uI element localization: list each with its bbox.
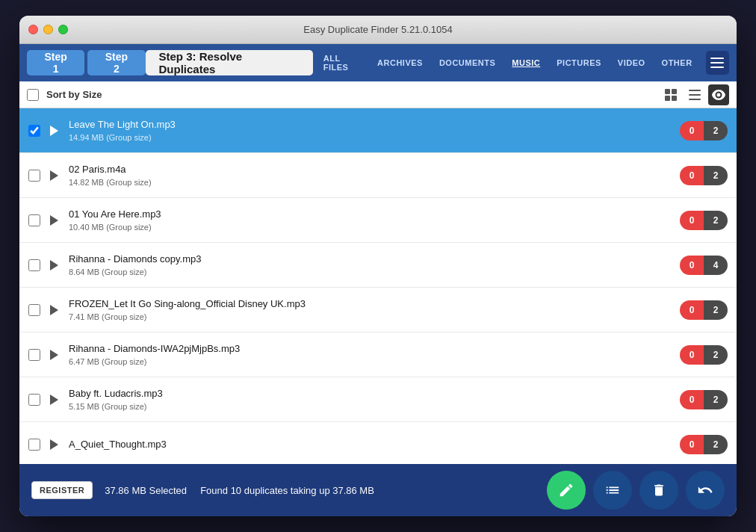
action-buttons [547, 471, 725, 510]
badge-red: 0 [680, 300, 704, 320]
file-size: 7.41 MB (Group size) [69, 312, 680, 321]
file-size: 8.64 MB (Group size) [69, 267, 680, 276]
list-button[interactable] [593, 471, 632, 510]
badge-dark: 2 [704, 345, 728, 365]
badge-group: 0 4 [680, 256, 728, 275]
list-item[interactable]: A_Quiet_Thought.mp3 0 2 [19, 422, 737, 464]
tab-documents[interactable]: DOCUMENTS [432, 55, 503, 70]
badge-dark: 2 [704, 121, 728, 140]
list-item[interactable]: 02 Paris.m4a 14.82 MB (Group size) 0 2 [19, 153, 737, 198]
list-item[interactable]: 01 You Are Here.mp3 10.40 MB (Group size… [19, 198, 737, 243]
undo-button[interactable] [686, 471, 725, 510]
selected-size-text: 37.86 MB Selected Found 10 duplicates ta… [105, 485, 374, 496]
tab-all-files[interactable]: ALL FILES [316, 51, 368, 75]
edit-button[interactable] [547, 471, 586, 510]
hamburger-line [710, 62, 724, 64]
file-name: FROZEN_Let It Go Sing-along_Official Dis… [69, 298, 680, 311]
delete-button[interactable] [639, 471, 678, 510]
undo-icon [697, 482, 713, 498]
svg-rect-3 [672, 96, 677, 101]
file-name: 02 Paris.m4a [69, 164, 680, 176]
tab-video[interactable]: VIDEO [610, 55, 653, 70]
item-checkbox[interactable] [28, 259, 40, 271]
file-info: A_Quiet_Thought.mp3 [69, 439, 680, 451]
play-button[interactable] [46, 303, 61, 318]
play-icon [50, 395, 58, 405]
window-title: Easy Duplicate Finder 5.21.0.1054 [303, 24, 452, 35]
tab-pictures[interactable]: PICTURES [549, 55, 609, 70]
play-button[interactable] [46, 437, 61, 452]
step1-button[interactable]: Step 1 [27, 50, 84, 75]
badge-red: 0 [680, 435, 704, 454]
file-name: 01 You Are Here.mp3 [69, 208, 680, 221]
svg-rect-1 [672, 89, 677, 94]
file-size: 14.94 MB (Group size) [69, 133, 680, 142]
tab-other[interactable]: OTHER [654, 55, 700, 70]
filetype-navigation: ALL FILES ARCHIVES DOCUMENTS MUSIC PICTU… [316, 51, 700, 75]
badge-group: 0 2 [680, 211, 728, 230]
grid-view-button[interactable] [660, 84, 681, 105]
file-size: 5.15 MB (Group size) [69, 402, 680, 411]
item-checkbox[interactable] [28, 214, 40, 226]
item-checkbox[interactable] [28, 439, 40, 451]
step3-label: Step 3: Resolve Duplicates [146, 50, 313, 75]
play-icon [50, 215, 58, 226]
play-icon [50, 170, 58, 181]
play-button[interactable] [46, 258, 61, 273]
list-icon [604, 482, 621, 498]
file-info: 02 Paris.m4a 14.82 MB (Group size) [69, 164, 680, 187]
select-all-checkbox[interactable] [27, 89, 39, 101]
selected-size-value: 37.86 MB Selected [105, 485, 187, 496]
hamburger-line [710, 66, 724, 68]
badge-red: 0 [680, 390, 704, 409]
menu-button[interactable] [706, 51, 729, 75]
badge-red: 0 [680, 121, 704, 140]
close-button[interactable] [28, 25, 38, 34]
file-name: Leave The Light On.mp3 [69, 119, 680, 132]
play-button[interactable] [46, 168, 61, 183]
file-list: Leave The Light On.mp3 14.94 MB (Group s… [19, 108, 737, 464]
play-button[interactable] [46, 213, 61, 228]
list-item[interactable]: Baby ft. Ludacris.mp3 5.15 MB (Group siz… [19, 377, 737, 422]
file-info: Baby ft. Ludacris.mp3 5.15 MB (Group siz… [69, 388, 680, 411]
list-view-button[interactable] [684, 84, 705, 105]
badge-group: 0 2 [680, 166, 728, 185]
register-button[interactable]: REGISTER [31, 481, 93, 499]
play-icon [50, 260, 58, 270]
step2-button[interactable]: Step 2 [87, 50, 145, 75]
file-name: Rihanna - Diamonds copy.mp3 [69, 253, 680, 266]
list-item[interactable]: Rihanna - Diamonds-IWA2pjMjpBs.mp3 6.47 … [19, 332, 737, 377]
file-size: 6.47 MB (Group size) [69, 357, 680, 366]
file-size: 10.40 MB (Group size) [69, 223, 680, 232]
hamburger-line [710, 58, 724, 59]
item-checkbox[interactable] [28, 304, 40, 316]
play-button[interactable] [46, 392, 61, 407]
play-button[interactable] [46, 347, 61, 362]
item-checkbox[interactable] [28, 170, 40, 182]
view-toggle [660, 84, 729, 105]
list-item[interactable]: FROZEN_Let It Go Sing-along_Official Dis… [19, 288, 737, 332]
badge-dark: 2 [704, 435, 728, 454]
badge-group: 0 2 [680, 300, 728, 320]
item-checkbox[interactable] [28, 349, 40, 361]
eye-view-button[interactable] [708, 84, 729, 105]
tab-archives[interactable]: ARCHIVES [370, 55, 430, 70]
app-window: Easy Duplicate Finder 5.21.0.1054 Step 1… [19, 16, 737, 516]
play-button[interactable] [46, 123, 61, 138]
filter-bar: Sort by Size [19, 81, 737, 108]
file-name: A_Quiet_Thought.mp3 [69, 439, 680, 451]
badge-dark: 2 [704, 166, 728, 185]
item-checkbox[interactable] [28, 394, 40, 406]
svg-rect-6 [689, 99, 701, 100]
minimize-button[interactable] [43, 25, 53, 34]
maximize-button[interactable] [58, 25, 68, 34]
file-name: Rihanna - Diamonds-IWA2pjMjpBs.mp3 [69, 343, 680, 356]
trash-icon [651, 482, 666, 498]
list-item[interactable]: Leave The Light On.mp3 14.94 MB (Group s… [19, 108, 737, 153]
tab-music[interactable]: MUSIC [504, 55, 548, 70]
main-content: Leave The Light On.mp3 14.94 MB (Group s… [19, 108, 737, 464]
item-checkbox[interactable] [28, 125, 40, 137]
play-icon [50, 305, 58, 315]
list-item[interactable]: Rihanna - Diamonds copy.mp3 8.64 MB (Gro… [19, 243, 737, 288]
svg-rect-5 [689, 94, 701, 96]
